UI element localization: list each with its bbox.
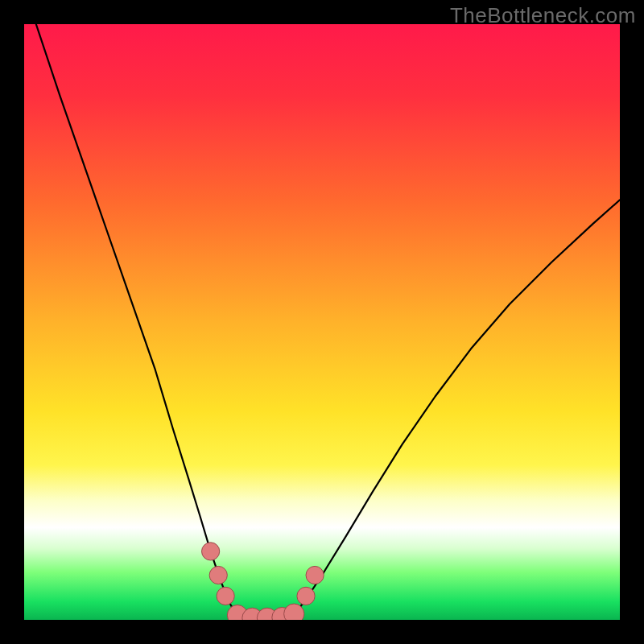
gradient-background <box>24 24 620 620</box>
bead-marker <box>284 604 304 620</box>
bead-marker <box>209 566 227 584</box>
plot-area <box>24 24 620 620</box>
watermark-text: TheBottleneck.com <box>450 3 636 28</box>
bottleneck-chart <box>24 24 620 620</box>
bead-marker <box>306 566 324 584</box>
bead-marker <box>217 587 234 605</box>
bead-marker <box>297 587 315 605</box>
outer-frame: TheBottleneck.com <box>0 0 644 644</box>
bead-marker <box>202 543 220 560</box>
